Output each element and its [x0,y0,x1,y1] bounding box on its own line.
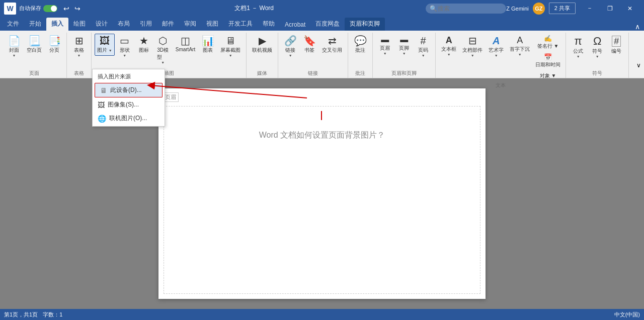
symbol-icon: Ω [593,36,601,47]
number-icon: # [612,36,621,47]
tab-review[interactable]: 审阅 [179,18,201,31]
share-button[interactable]: 2 共享 [549,3,576,14]
btn-wordart[interactable]: A 艺术字 ▼ [486,34,506,59]
tab-home[interactable]: 开始 [24,18,46,31]
word-count: 字数：1 [43,311,62,318]
doc-content[interactable]: Word 文档如何设置页面背景图片？ [158,88,486,156]
tab-layout[interactable]: 布局 [113,18,135,31]
tab-draw[interactable]: 绘图 [68,18,91,31]
avatar[interactable]: GZ [533,3,545,15]
menu-item-stock-images[interactable]: 🖼 图像集(S)... [93,98,165,112]
autosave-area: 自动保存 [19,5,57,12]
btn-screenshot[interactable]: 🖥 屏幕截图 ▼ [218,34,243,59]
table-icon: ⊞ [75,36,84,46]
btn-3d-models[interactable]: ⬡ 3D模型 ▼ [154,34,172,66]
screenshot-icon: 🖥 [225,36,235,46]
equation-icon: π [575,36,582,47]
user-name-label: Z Gemini [506,6,529,12]
link-icon: 🔗 [284,36,297,46]
tab-references[interactable]: 引用 [135,18,157,31]
group-media: ▶ 联机视频 媒体 [247,33,278,78]
cover-icon: 📄 [8,36,21,46]
text-cursor [321,111,322,120]
drop-cap-icon: A [517,36,523,45]
btn-equation[interactable]: π 公式 ▼ [569,34,587,60]
textbox-icon: A [446,36,452,45]
tab-view[interactable]: 视图 [201,18,223,31]
insert-picture-menu: 插入图片来源 🖥 此设备(D)... 🖼 图像集(S)... 🌐 联机图片(O)… [92,69,165,127]
btn-object[interactable]: 对象 ▼ [533,71,562,81]
minimize-button[interactable]: － [580,0,600,17]
tab-header-footer[interactable]: 页眉和页脚 [345,18,385,31]
right-controls: Z Gemini GZ 2 共享 － ❐ ✕ [506,0,640,17]
group-media-label: 媒体 [250,70,275,77]
redo-button[interactable]: ↪ [72,4,83,14]
icons-icon: ★ [139,36,148,46]
btn-footer[interactable]: ▬ 页脚 ▼ [395,34,413,57]
undo-button[interactable]: ↩ [61,4,71,14]
tab-help[interactable]: 帮助 [258,18,280,31]
btn-chart[interactable]: 📊 图表 [199,34,217,56]
close-button[interactable]: ✕ [620,0,640,17]
btn-doc-parts[interactable]: ⊟ 文档部件 ▼ [460,34,485,59]
video-icon: ▶ [259,36,266,46]
page-number-icon: # [421,36,426,46]
group-links: 🔗 链接 ▼ 🔖 书签 ⇄ 交叉引用 链接 [278,33,348,78]
btn-smartart[interactable]: ◫ SmartArt [173,34,198,54]
group-page: 📄 封面 ▼ 📃 空白页 📑 分页 页面 [2,33,67,78]
group-text: A 文本框 ▼ ⊟ 文档部件 ▼ A 艺术字 ▼ A 首字下沉 ▼ ✍ [436,33,566,78]
ribbon-expand-icon[interactable]: ∨ [636,62,641,69]
tab-baidu[interactable]: 百度网盘 [310,18,345,31]
btn-textbox[interactable]: A 文本框 ▼ [439,34,459,58]
undo-redo-group: ↩ ↪ [61,4,83,14]
footer-icon: ▬ [400,36,408,44]
restore-button[interactable]: ❐ [600,0,620,17]
bookmark-icon: 🔖 [303,36,316,46]
btn-number[interactable]: # 编号 [607,34,625,57]
btn-header[interactable]: ▬ 页眉 ▼ [376,34,394,57]
group-comments: 💬 批注 批注 [348,33,373,78]
picture-icon: 🖼 [100,36,110,46]
menu-item-online-pictures[interactable]: 🌐 联机图片(O)... [93,112,165,125]
tab-acrobat[interactable]: Acrobat [280,19,310,31]
ribbon-collapse-icon[interactable]: ∧ [635,23,640,31]
btn-picture[interactable]: 🖼 图片 ▼ [95,34,115,56]
group-comments-label: 批注 [351,70,369,77]
btn-icons[interactable]: ★ 图标 [135,34,153,56]
3d-icon: ⬡ [158,36,167,46]
group-table: ⊞ 表格 ▼ 表格 [67,33,92,78]
doc-title: Word 文档如何设置页面背景图片？ [184,130,460,141]
crossref-icon: ⇄ [328,36,337,46]
search-wrap: 🔍 [426,4,506,14]
btn-date-time[interactable]: 📅 日期和时间 [533,52,562,70]
group-links-label: 链接 [281,70,345,77]
tab-developer[interactable]: 开发工具 [223,18,258,31]
autosave-toggle[interactable] [43,5,57,12]
group-symbols-label: 符号 [569,70,625,77]
btn-link[interactable]: 🔗 链接 ▼ [281,34,299,59]
btn-comment[interactable]: 💬 批注 [351,34,369,56]
chart-icon: 📊 [202,36,214,46]
btn-cross-ref[interactable]: ⇄ 交叉引用 [319,34,345,56]
btn-online-video[interactable]: ▶ 联机视频 [250,34,275,56]
btn-symbol[interactable]: Ω 符号 ▼ [588,34,606,60]
btn-drop-cap[interactable]: A 首字下沉 ▼ [507,34,532,58]
tab-insert[interactable]: 插入 [46,18,68,31]
btn-signature-line[interactable]: ✍ 签名行 ▼ [533,34,562,51]
group-table-label: 表格 [70,70,88,77]
btn-blank-page[interactable]: 📃 空白页 [24,34,44,56]
comment-icon: 💬 [354,36,367,46]
btn-cover[interactable]: 📄 封面 ▼ [5,34,23,59]
btn-shapes[interactable]: ▭ 形状 ▼ [116,34,134,59]
btn-page-break[interactable]: 📑 分页 [45,34,63,56]
stock-images-icon: 🖼 [98,101,105,109]
tab-mail[interactable]: 邮件 [157,18,179,31]
btn-bookmark[interactable]: 🔖 书签 [300,34,318,56]
tab-design[interactable]: 设计 [91,18,113,31]
btn-table[interactable]: ⊞ 表格 ▼ [70,34,88,59]
btn-page-number[interactable]: # 页码 ▼ [414,34,432,59]
tab-file[interactable]: 文件 [2,18,24,31]
menu-item-this-device[interactable]: 🖥 此设备(D)... [95,83,163,97]
doc-parts-icon: ⊟ [468,36,477,46]
search-input[interactable] [426,4,506,14]
